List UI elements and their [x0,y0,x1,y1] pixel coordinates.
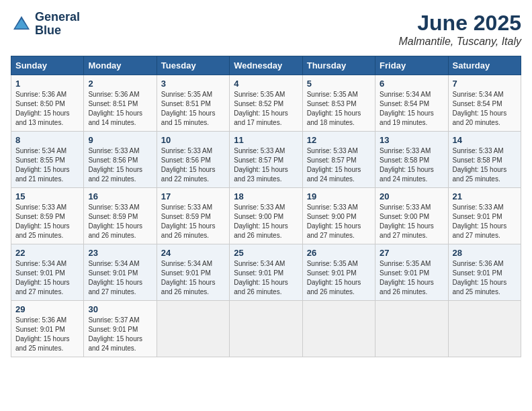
day-number: 24 [161,248,225,258]
daylight-text: Daylight: 15 hours and 26 minutes. [88,222,142,239]
day-cell-15: 15 Sunrise: 5:33 AM Sunset: 8:59 PM Dayl… [11,188,84,244]
day-cell-11: 11 Sunrise: 5:33 AM Sunset: 8:57 PM Dayl… [230,132,302,188]
sunrise-text: Sunrise: 5:34 AM [88,260,139,267]
sunrise-text: Sunrise: 5:36 AM [88,91,139,98]
day-number: 6 [380,79,443,89]
day-cell-30: 30 Sunrise: 5:37 AM Sunset: 9:01 PM Dayl… [84,301,157,357]
daylight-text: Daylight: 15 hours and 24 minutes. [88,335,142,352]
sunrise-text: Sunrise: 5:35 AM [307,91,358,98]
empty-cell [302,301,375,357]
day-number: 27 [380,248,443,258]
sunset-text: Sunset: 8:59 PM [161,213,211,220]
sunset-text: Sunset: 8:59 PM [15,213,65,220]
day-cell-29: 29 Sunrise: 5:36 AM Sunset: 9:01 PM Dayl… [11,301,84,357]
daylight-text: Daylight: 15 hours and 26 minutes. [380,279,434,295]
daylight-text: Daylight: 15 hours and 25 minutes. [453,279,507,295]
daylight-text: Daylight: 15 hours and 20 minutes. [453,109,507,126]
column-header-monday: Monday [84,56,157,75]
day-info: Sunrise: 5:34 AM Sunset: 8:54 PM Dayligh… [453,90,517,128]
day-info: Sunrise: 5:36 AM Sunset: 9:01 PM Dayligh… [15,316,79,353]
sunset-text: Sunset: 8:55 PM [15,156,65,164]
logo-icon [11,13,32,35]
day-info: Sunrise: 5:34 AM Sunset: 8:54 PM Dayligh… [380,90,443,128]
column-header-thursday: Thursday [302,56,375,75]
daylight-text: Daylight: 15 hours and 27 minutes. [307,222,361,239]
day-number: 30 [88,304,152,314]
daylight-text: Daylight: 15 hours and 27 minutes. [453,222,507,239]
daylight-text: Daylight: 15 hours and 25 minutes. [15,335,70,352]
day-cell-1: 1 Sunrise: 5:36 AM Sunset: 8:50 PM Dayli… [11,75,84,132]
sunset-text: Sunset: 9:01 PM [453,269,502,277]
daylight-text: Daylight: 15 hours and 27 minutes. [380,222,434,239]
sunset-text: Sunset: 8:53 PM [307,100,357,107]
sunrise-text: Sunrise: 5:33 AM [380,147,431,154]
day-cell-3: 3 Sunrise: 5:35 AM Sunset: 8:51 PM Dayli… [157,75,229,132]
daylight-text: Daylight: 15 hours and 25 minutes. [15,222,70,239]
sunrise-text: Sunrise: 5:33 AM [88,203,139,211]
daylight-text: Daylight: 15 hours and 22 minutes. [88,166,142,183]
sunrise-text: Sunrise: 5:33 AM [234,203,285,211]
day-number: 1 [15,79,79,89]
page-header: General Blue June 2025 Malmantile, Tusca… [11,11,521,48]
day-info: Sunrise: 5:35 AM Sunset: 8:51 PM Dayligh… [161,90,225,128]
day-cell-4: 4 Sunrise: 5:35 AM Sunset: 8:52 PM Dayli… [230,75,302,132]
day-cell-20: 20 Sunrise: 5:33 AM Sunset: 9:00 PM Dayl… [375,188,448,244]
empty-cell [375,301,448,357]
day-number: 17 [161,191,225,201]
day-info: Sunrise: 5:35 AM Sunset: 8:52 PM Dayligh… [234,90,298,128]
daylight-text: Daylight: 15 hours and 27 minutes. [15,279,70,295]
day-number: 18 [234,191,298,201]
day-info: Sunrise: 5:34 AM Sunset: 9:01 PM Dayligh… [15,259,79,297]
day-info: Sunrise: 5:34 AM Sunset: 8:55 PM Dayligh… [15,146,79,184]
calendar-header-row: SundayMondayTuesdayWednesdayThursdayFrid… [11,56,521,75]
day-cell-24: 24 Sunrise: 5:34 AM Sunset: 9:01 PM Dayl… [157,244,229,301]
sunrise-text: Sunrise: 5:34 AM [453,91,504,98]
sunrise-text: Sunrise: 5:34 AM [15,147,66,154]
sunrise-text: Sunrise: 5:35 AM [307,260,358,267]
daylight-text: Daylight: 15 hours and 22 minutes. [161,166,216,183]
sunrise-text: Sunrise: 5:33 AM [234,147,285,154]
day-number: 25 [234,248,298,258]
sunset-text: Sunset: 9:01 PM [88,269,138,277]
day-cell-26: 26 Sunrise: 5:35 AM Sunset: 9:01 PM Dayl… [302,244,375,301]
sunset-text: Sunset: 8:50 PM [15,100,65,107]
sunrise-text: Sunrise: 5:33 AM [15,203,66,211]
day-number: 29 [15,304,79,314]
sunset-text: Sunset: 9:00 PM [234,213,283,220]
day-info: Sunrise: 5:36 AM Sunset: 9:01 PM Dayligh… [453,259,517,297]
day-number: 12 [307,135,371,145]
daylight-text: Daylight: 15 hours and 21 minutes. [15,166,70,183]
day-info: Sunrise: 5:33 AM Sunset: 8:59 PM Dayligh… [15,203,79,240]
sunrise-text: Sunrise: 5:33 AM [161,203,212,211]
sunset-text: Sunset: 8:56 PM [161,156,211,164]
day-number: 8 [15,135,79,145]
daylight-text: Daylight: 15 hours and 14 minutes. [88,109,142,126]
day-info: Sunrise: 5:35 AM Sunset: 9:01 PM Dayligh… [307,259,371,297]
sunset-text: Sunset: 9:01 PM [15,326,65,333]
day-number: 22 [15,248,79,258]
day-number: 3 [161,79,225,89]
calendar-table: SundayMondayTuesdayWednesdayThursdayFrid… [11,56,521,357]
column-header-wednesday: Wednesday [230,56,302,75]
sunset-text: Sunset: 8:56 PM [88,156,138,164]
day-cell-5: 5 Sunrise: 5:35 AM Sunset: 8:53 PM Dayli… [302,75,375,132]
column-header-saturday: Saturday [448,56,521,75]
sunset-text: Sunset: 9:00 PM [307,213,357,220]
logo-text: General Blue [35,11,80,38]
day-info: Sunrise: 5:34 AM Sunset: 9:01 PM Dayligh… [88,259,152,297]
day-number: 20 [380,191,443,201]
daylight-text: Daylight: 15 hours and 24 minutes. [307,166,361,183]
sunrise-text: Sunrise: 5:35 AM [380,260,431,267]
day-number: 11 [234,135,298,145]
sunset-text: Sunset: 8:59 PM [88,213,138,220]
day-number: 7 [453,79,517,89]
day-cell-19: 19 Sunrise: 5:33 AM Sunset: 9:00 PM Dayl… [302,188,375,244]
sunrise-text: Sunrise: 5:37 AM [88,316,139,324]
daylight-text: Daylight: 15 hours and 26 minutes. [234,279,288,295]
daylight-text: Daylight: 15 hours and 18 minutes. [307,109,361,126]
sunset-text: Sunset: 8:54 PM [453,100,502,107]
column-header-friday: Friday [375,56,448,75]
day-cell-10: 10 Sunrise: 5:33 AM Sunset: 8:56 PM Dayl… [157,132,229,188]
sunrise-text: Sunrise: 5:33 AM [453,203,504,211]
day-number: 9 [88,135,152,145]
